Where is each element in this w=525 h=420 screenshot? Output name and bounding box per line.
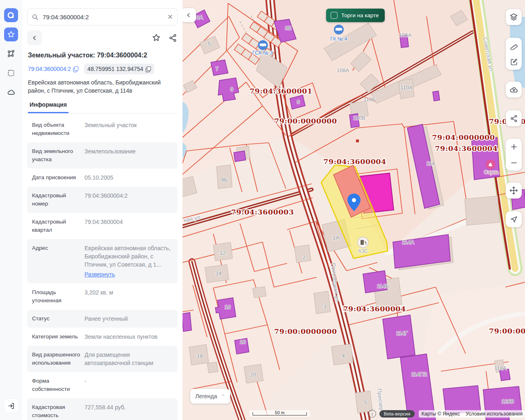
svg-text:79:00:0000000: 79:00:0000000	[274, 327, 337, 336]
row-value: 3,202 кв. м	[80, 288, 173, 305]
beta-badge: Beta-версия	[379, 410, 415, 418]
svg-text:12: 12	[220, 250, 226, 256]
row-value: Еврейская автономная область, Биробиджан…	[80, 244, 173, 278]
copyright-link[interactable]: Карты © Яндекс	[421, 411, 460, 417]
pan-button[interactable]	[506, 183, 522, 199]
rail-item-area-select[interactable]	[4, 66, 18, 80]
upload-button[interactable]	[506, 82, 522, 98]
svg-text:14: 14	[216, 270, 221, 276]
app: ✕ Земельный участок: 79:04:3600004:2 79:…	[0, 0, 525, 420]
svg-text:79:04:3600004: 79:04:3600004	[323, 158, 386, 166]
expand-address-link[interactable]: Развернуть	[84, 270, 115, 278]
row-label: Площадь уточненная	[32, 288, 80, 305]
legend-button[interactable]: Легенда ⌃	[190, 389, 230, 404]
object-chips: 79:04:3600004:2 48.759951 132.94754	[28, 64, 177, 74]
table-row: Форма собственности-	[27, 372, 178, 398]
terms-link[interactable]: Условия использования	[466, 411, 523, 417]
auction-map-toggle[interactable]: Торги на карте	[326, 9, 385, 22]
svg-text:79:04:3600003: 79:04:3600003	[231, 208, 294, 216]
row-label: Кадастровый квартал	[32, 218, 80, 234]
svg-text:9Б: 9Б	[285, 25, 292, 31]
minus-icon	[510, 159, 518, 167]
svg-text:118А: 118А	[494, 365, 507, 371]
svg-text:3: 3	[323, 304, 326, 310]
move-icon	[509, 186, 518, 195]
scale-line	[253, 412, 307, 415]
svg-text:114А: 114А	[402, 239, 414, 245]
svg-text:16: 16	[225, 304, 231, 310]
row-label: Кадастровая стоимость	[32, 403, 80, 420]
poi-gsk3-icon[interactable]	[258, 40, 268, 50]
info-table: Вид объекта недвижимостиЗемельный участо…	[27, 116, 178, 420]
table-row: СтатусРанее учтенный	[27, 310, 178, 328]
table-row: Вид земельного участкаЗемлепользование	[27, 142, 178, 169]
search-input[interactable]	[42, 13, 167, 21]
rail-item-cloud[interactable]	[4, 85, 18, 99]
edit-button[interactable]	[506, 54, 522, 70]
table-row: Площадь уточненная3,202 кв. м	[27, 283, 178, 310]
copy-icon[interactable]	[146, 66, 151, 72]
row-value: Землепользование	[80, 147, 173, 164]
row-label: Статус	[32, 315, 80, 323]
collapse-panel-button[interactable]	[183, 8, 196, 22]
info-icon[interactable]: i	[368, 410, 376, 418]
row-label: Вид земельного участка	[32, 147, 80, 164]
svg-text:79:00:0000000: 79:00:0000000	[489, 327, 525, 335]
svg-text:2: 2	[302, 254, 305, 260]
layers-button[interactable]	[506, 9, 522, 25]
rail-item-logout[interactable]	[4, 399, 18, 413]
panel-header	[27, 30, 178, 45]
coordinates-chip[interactable]: 48.759951 132.94754	[84, 64, 154, 74]
row-label: Кадастровый номер	[32, 192, 80, 208]
map-attribution: i Beta-версия Карты © Яндекс Условия исп…	[368, 410, 525, 418]
object-address: Еврейская автономная область, Биробиджан…	[28, 78, 177, 95]
clear-search-icon[interactable]: ✕	[167, 13, 173, 21]
rail-item-polygon-draw[interactable]	[4, 47, 18, 61]
table-row: Категория земельЗемли населенных пунктов	[27, 328, 178, 346]
table-row: Кадастровый квартал79:04:3600004	[27, 213, 178, 239]
chevron-up-icon: ⌃	[221, 394, 225, 399]
svg-text:79:04:0000000: 79:04:0000000	[432, 133, 495, 142]
legend-label: Легенда	[195, 393, 221, 399]
search-bar[interactable]: ✕	[27, 8, 178, 25]
svg-text:АЗС: АЗС	[358, 248, 368, 254]
map-share-button[interactable]	[506, 110, 522, 126]
map-canvas[interactable]: 3А 5 9Б 7 9 6 106А 110А 110Б 110В 108А 1…	[183, 0, 525, 420]
zoom-out-button[interactable]	[506, 155, 522, 171]
layers-icon	[509, 13, 518, 21]
table-row: Кадастровая стоимость727,558.44 руб.	[27, 398, 178, 420]
favorite-button[interactable]	[151, 33, 161, 43]
svg-text:126В: 126В	[502, 398, 514, 404]
svg-text:20: 20	[250, 372, 256, 378]
cloud-upload-icon	[509, 85, 518, 94]
object-panel: ✕ Земельный участок: 79:04:3600004:2 79:…	[22, 0, 183, 420]
share-group	[506, 110, 522, 126]
table-row: Вид объекта недвижимостиЗемельный участо…	[27, 116, 178, 142]
back-button[interactable]	[27, 30, 42, 45]
share-button[interactable]	[168, 33, 178, 43]
row-value: 79:04:3600004:2	[80, 192, 173, 208]
poi-sauna-icon[interactable]	[486, 160, 495, 169]
ruler-button[interactable]	[506, 38, 522, 54]
chevron-left-icon	[32, 35, 38, 41]
cadastral-number-link[interactable]: 79:04:3600004:2	[28, 66, 78, 72]
locate-button[interactable]	[506, 211, 522, 227]
red-point	[356, 139, 359, 142]
app-logo[interactable]	[4, 8, 18, 22]
rail-item-favorites[interactable]	[4, 27, 18, 41]
poi-azs-icon[interactable]	[358, 237, 368, 248]
svg-text:5: 5	[208, 41, 210, 47]
copy-icon[interactable]	[73, 66, 78, 72]
row-label: Форма собственности	[32, 377, 80, 393]
navigation-icon	[510, 215, 518, 224]
tab-information[interactable]: Информация	[28, 101, 68, 113]
svg-text:110В: 110В	[353, 115, 365, 121]
svg-text:114: 114	[427, 160, 435, 167]
checkbox-icon[interactable]	[331, 12, 338, 19]
chevron-left-icon	[186, 12, 192, 18]
svg-text:18: 18	[240, 339, 246, 345]
poi-gk4-icon[interactable]	[334, 25, 344, 34]
svg-text:79:00:0000000: 79:00:0000000	[274, 117, 337, 125]
zoom-in-button[interactable]	[506, 139, 522, 155]
dashed-square-icon	[7, 69, 15, 77]
